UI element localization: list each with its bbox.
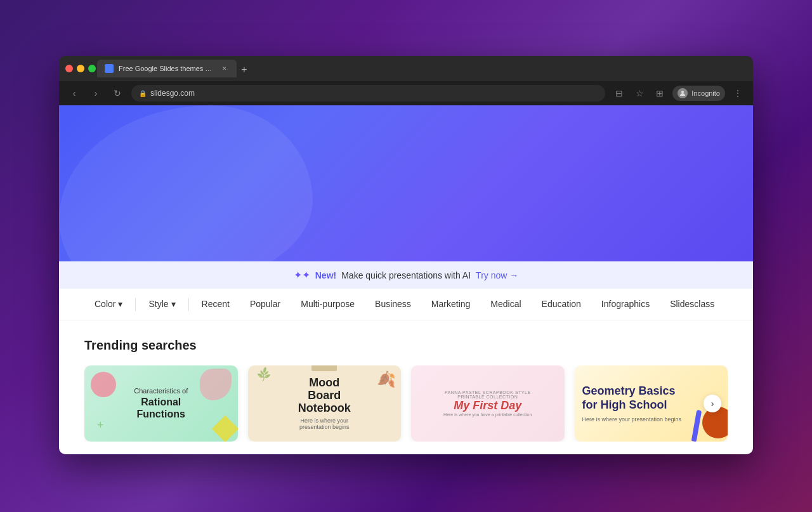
cat-divider-2 xyxy=(188,298,189,311)
address-bar[interactable]: 🔒 slidesgo.com xyxy=(131,85,605,102)
site-header: slidesgo 🌐 EN ▾ More ▾ Blog Premium plan… xyxy=(59,105,753,261)
cards-row: + Characteristics of RationalFunctions 🍂 xyxy=(84,365,728,442)
category-infographics[interactable]: Infographics xyxy=(591,289,660,320)
card-firstday-style: Panna Pastel Scrapbook StylePrintable Co… xyxy=(443,390,532,399)
infographics-label: Infographics xyxy=(601,299,650,309)
url-text: slidesgo.com xyxy=(150,89,195,98)
category-slidesclass[interactable]: Slidesclass xyxy=(660,289,724,320)
template-card-firstday[interactable]: Panna Pastel Scrapbook StylePrintable Co… xyxy=(411,365,565,442)
incognito-label: Incognito xyxy=(691,89,720,97)
cast-button[interactable]: ⊟ xyxy=(612,86,627,101)
back-button[interactable]: ‹ xyxy=(67,86,82,101)
card-mood-content: MoodBoardNotebook Here is where yourpres… xyxy=(298,377,351,430)
card-firstday-content: Panna Pastel Scrapbook StylePrintable Co… xyxy=(443,390,532,417)
card-mood-sub: Here is where yourpresentation begins xyxy=(298,417,351,430)
medical-label: Medical xyxy=(490,299,521,309)
trending-title: Trending searches xyxy=(84,338,728,353)
address-bar-row: ‹ › ↻ 🔒 slidesgo.com ⊟ ☆ ⊞ Incognito ⋮ xyxy=(59,81,753,105)
incognito-icon xyxy=(678,88,688,98)
forward-button[interactable]: › xyxy=(88,86,103,101)
lock-icon: 🔒 xyxy=(139,90,147,97)
tab-favicon xyxy=(105,64,114,73)
card-mood-preview: 🍂 🌿 MoodBoardNotebook Here is where your… xyxy=(248,365,402,442)
ai-banner-text: Make quick presentations with AI xyxy=(341,270,471,280)
browser-titlebar: Free Google Slides themes an... ✕ + xyxy=(59,56,753,81)
template-card-mood[interactable]: 🍂 🌿 MoodBoardNotebook Here is where your… xyxy=(248,365,402,442)
new-tab-button[interactable]: + xyxy=(237,62,252,77)
style-label: Style xyxy=(148,299,168,309)
card-firstday-sub: Here is where you have a printable colle… xyxy=(443,412,532,417)
cards-wrapper: + Characteristics of RationalFunctions 🍂 xyxy=(84,365,728,442)
slidesclass-label: Slidesclass xyxy=(670,299,714,309)
tab-title: Free Google Slides themes an... xyxy=(119,65,215,72)
traffic-minimize[interactable] xyxy=(77,65,84,72)
ai-new-badge: New! xyxy=(315,270,336,280)
card-geometry-content: Geometry Basicsfor High School Here is w… xyxy=(582,384,721,422)
traffic-maximize[interactable] xyxy=(88,65,96,72)
card-shape-1 xyxy=(91,372,116,397)
card-plus: + xyxy=(97,419,104,432)
card-mood-tape xyxy=(311,365,337,371)
browser-actions: ⊟ ☆ ⊞ Incognito ⋮ xyxy=(612,86,745,101)
cards-next-button[interactable]: › xyxy=(704,395,721,412)
education-label: Education xyxy=(542,299,581,309)
browser-tab[interactable]: Free Google Slides themes an... ✕ xyxy=(97,60,237,77)
category-medical[interactable]: Medical xyxy=(480,289,531,320)
category-color[interactable]: Color ▾ xyxy=(84,289,133,320)
color-chevron: ▾ xyxy=(118,299,122,309)
card-firstday-preview: Panna Pastel Scrapbook StylePrintable Co… xyxy=(411,365,565,442)
incognito-badge: Incognito xyxy=(672,86,725,101)
template-card-rational[interactable]: + Characteristics of RationalFunctions xyxy=(84,365,238,442)
browser-window: Free Google Slides themes an... ✕ + ‹ › … xyxy=(59,56,753,454)
tab-close-btn[interactable]: ✕ xyxy=(220,64,229,73)
card-rational-subtitle: Characteristics of xyxy=(134,387,188,395)
card-shape-3 xyxy=(211,416,237,442)
category-recent[interactable]: Recent xyxy=(192,289,240,320)
card-mood-title: MoodBoardNotebook xyxy=(298,377,351,414)
card-geometry-sub: Here is where your presentation begins xyxy=(582,416,721,423)
category-style[interactable]: Style ▾ xyxy=(138,289,185,320)
category-education[interactable]: Education xyxy=(532,289,591,320)
category-multipurpose[interactable]: Multi-purpose xyxy=(291,289,365,320)
card-mood-leaf2: 🌿 xyxy=(255,366,272,383)
card-rational-title: RationalFunctions xyxy=(134,396,188,420)
popular-label: Popular xyxy=(250,299,280,309)
category-marketing[interactable]: Marketing xyxy=(421,289,480,320)
business-label: Business xyxy=(375,299,411,309)
card-shape-2 xyxy=(200,369,232,400)
card-rational-preview: + Characteristics of RationalFunctions xyxy=(84,365,238,442)
ai-sparkle-icon: ✦✦ xyxy=(294,269,310,281)
ai-try-now-link[interactable]: Try now → xyxy=(476,270,518,280)
ai-banner: ✦✦ New! Make quick presentations with AI… xyxy=(59,261,753,289)
refresh-button[interactable]: ↻ xyxy=(110,86,125,101)
category-popular[interactable]: Popular xyxy=(240,289,291,320)
traffic-close[interactable] xyxy=(65,65,73,72)
style-chevron: ▾ xyxy=(171,299,176,309)
website-content: slidesgo 🌐 EN ▾ More ▾ Blog Premium plan… xyxy=(59,105,753,454)
marketing-label: Marketing xyxy=(431,299,470,309)
card-mood-leaf: 🍂 xyxy=(377,371,396,388)
color-label: Color xyxy=(95,299,115,309)
card-firstday-title: My First Day xyxy=(443,399,532,413)
recent-label: Recent xyxy=(202,299,230,309)
menu-button[interactable]: ⋮ xyxy=(730,86,745,101)
main-content: Trending searches + Characteristics of xyxy=(59,320,753,454)
svg-point-0 xyxy=(681,91,684,93)
card-geometry-title: Geometry Basicsfor High School xyxy=(582,384,721,412)
card-rational-content: Characteristics of RationalFunctions xyxy=(134,387,188,420)
bookmark-button[interactable]: ☆ xyxy=(632,86,647,101)
cat-divider-1 xyxy=(135,298,136,311)
category-nav: Color ▾ Style ▾ Recent Popular Multi-pur… xyxy=(59,289,753,320)
extension-button[interactable]: ⊞ xyxy=(652,86,667,101)
category-business[interactable]: Business xyxy=(365,289,421,320)
multipurpose-label: Multi-purpose xyxy=(301,299,355,309)
